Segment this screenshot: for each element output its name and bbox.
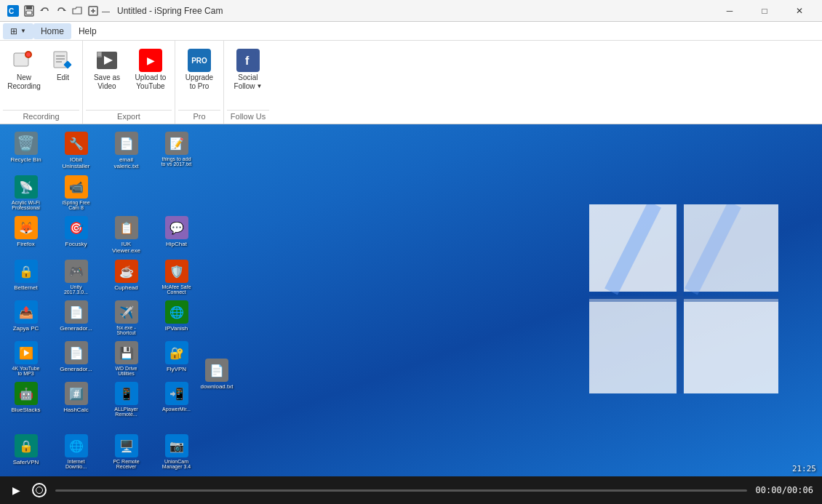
menu-bar: ⊞ ▼ Home Help: [0, 22, 822, 41]
quick-redo-button[interactable]: [54, 4, 68, 18]
upload-youtube-label: Upload toYouTube: [135, 73, 167, 91]
list-item[interactable]: 🛡️ McAfee SafeConnect: [156, 258, 196, 296]
list-item[interactable]: 💬 HipChat: [156, 215, 196, 255]
quick-open-button[interactable]: [70, 4, 84, 18]
svg-text:C: C: [9, 7, 14, 15]
list-item[interactable]: 🌐 IPVanish: [156, 299, 196, 337]
app-icon: C: [6, 4, 20, 18]
list-item[interactable]: 📱 ALLPlayerRemote...: [106, 380, 146, 418]
list-item[interactable]: 🎯 Focusky: [56, 215, 96, 255]
ribbon-menu-button[interactable]: ⊞ ▼: [3, 23, 33, 39]
svg-marker-26: [589, 299, 677, 393]
svg-rect-4: [26, 11, 32, 15]
pro-group-label: Pro: [178, 110, 220, 124]
window-controls: ─ □ ✕: [713, 0, 816, 22]
list-item[interactable]: 🌐 InternetDownlo...: [56, 433, 96, 471]
social-follow-button[interactable]: f SocialFollow ▼: [227, 45, 269, 100]
list-item[interactable]: ☕ Cuphead: [106, 258, 146, 296]
record-indicator: [36, 487, 43, 494]
list-item[interactable]: 🔒 SaferVPN: [6, 433, 46, 471]
list-item[interactable]: 🔒 Betternet: [6, 258, 46, 296]
list-item[interactable]: 📄 Generador...: [56, 299, 96, 337]
minimize-button[interactable]: ─: [713, 0, 746, 22]
tab-help[interactable]: Help: [71, 23, 104, 39]
list-item[interactable]: 📄 Generador...: [56, 340, 96, 377]
list-item[interactable]: 📋 IUKViewer.exe: [106, 215, 146, 255]
desktop-icons-area: 🗑️ Recycle Bin 🔧 IObitUninstaller 📄 emai…: [0, 124, 196, 476]
new-recording-label: NewRecording: [7, 73, 41, 91]
list-item[interactable]: 📹 iSpring FreeCam 8: [56, 174, 96, 212]
list-item[interactable]: ▶️ 4K YouTubeto MP3: [6, 340, 46, 377]
upload-youtube-button[interactable]: Upload toYouTube: [129, 45, 172, 100]
quick-new-button[interactable]: [86, 4, 100, 18]
svg-marker-5: [40, 9, 42, 11]
svg-text:f: f: [245, 55, 250, 67]
social-icon: f: [236, 49, 260, 72]
ribbon-group-export: Save asVideo Upload toYouTube Export: [83, 41, 175, 124]
upgrade-pro-label: Upgradeto Pro: [185, 73, 213, 91]
svg-rect-21: [97, 52, 101, 56]
menu-grid-icon: ⊞: [10, 26, 17, 36]
pro-icon: PRO: [188, 49, 211, 72]
ribbon-group-recording: NewRecording Edit Recording: [0, 41, 83, 124]
list-item[interactable]: 📲 ApowerMir...: [156, 380, 196, 418]
followus-group-label: Follow Us: [227, 110, 269, 124]
ribbon-group-pro: PRO Upgradeto Pro Pro: [175, 41, 224, 124]
ribbon-group-followus: f SocialFollow ▼ Follow Us: [224, 41, 272, 124]
svg-rect-3: [26, 6, 32, 9]
window-title: Untitled - iSpring Free Cam: [117, 6, 223, 16]
list-item[interactable]: 🖥️ PC RemoteReceiver: [106, 433, 146, 471]
list-item[interactable]: 📷 UnionCamManager 3.4: [156, 433, 196, 471]
edit-icon: [52, 49, 75, 72]
list-item[interactable]: 📄 emailvaleric.txt: [106, 130, 146, 171]
youtube-icon: [139, 49, 162, 72]
time-display: 00:00/00:06: [756, 485, 813, 495]
progress-bar[interactable]: [55, 489, 747, 492]
list-item[interactable]: 📡 Acrylic Wi-FiProfessional: [6, 174, 46, 212]
list-item[interactable]: ✈️ fsx.exe -Shortcut: [106, 299, 146, 337]
new-recording-button[interactable]: NewRecording: [3, 45, 45, 100]
list-item[interactable]: 💾 WD DriveUtilities: [106, 340, 146, 377]
list-item[interactable]: 🔐 FlyVPN: [156, 340, 196, 377]
new-recording-icon: [12, 49, 36, 72]
upgrade-pro-button[interactable]: PRO Upgradeto Pro: [178, 45, 220, 100]
export-group-label: Export: [86, 110, 172, 124]
edit-button[interactable]: Edit: [47, 45, 79, 100]
list-item[interactable]: 🤖 BlueStacks: [6, 380, 46, 418]
quick-save-button[interactable]: [22, 4, 36, 18]
list-item[interactable]: 📤 Zapya PC: [6, 299, 46, 337]
list-item[interactable]: 🦊 Firefox: [6, 215, 46, 255]
menu-dropdown-icon: ▼: [20, 28, 26, 34]
bottom-icons-row: 🔒 SaferVPN 🌐 InternetDownlo... 🖥️ PC Rem…: [0, 433, 196, 471]
ribbon: NewRecording Edit Recording: [0, 41, 822, 124]
title-bar: C — Untitled - iSpring Free Cam ─ □ ✕: [0, 0, 822, 22]
quick-access-toolbar: C —: [6, 4, 110, 18]
windows-logo: [589, 204, 778, 396]
screenshot-background: 🗑️ Recycle Bin 🔧 IObitUninstaller 📄 emai…: [0, 124, 822, 476]
list-item[interactable]: #️⃣ HashCalc: [56, 380, 96, 418]
list-item[interactable]: 🗑️ Recycle Bin: [6, 130, 46, 171]
edit-label: Edit: [57, 73, 69, 82]
record-button[interactable]: [32, 483, 47, 497]
video-area: 🗑️ Recycle Bin 🔧 IObitUninstaller 📄 emai…: [0, 124, 822, 476]
close-button[interactable]: ✕: [783, 0, 816, 22]
list-item[interactable]: 🎮 Unity2017.3.0...: [56, 258, 96, 296]
maximize-button[interactable]: □: [748, 0, 781, 22]
recording-group-label: Recording: [3, 110, 79, 124]
save-as-video-button[interactable]: Save asVideo: [86, 45, 128, 100]
list-item[interactable]: 🔧 IObitUninstaller: [56, 130, 96, 171]
content-area: 🗑️ Recycle Bin 🔧 IObitUninstaller 📄 emai…: [0, 124, 822, 476]
svg-marker-6: [64, 9, 66, 11]
svg-marker-27: [684, 299, 778, 393]
play-button[interactable]: ▶: [9, 483, 23, 497]
social-follow-label: SocialFollow ▼: [234, 73, 263, 91]
list-item[interactable]: 📄 download.txt: [196, 357, 237, 391]
list-item[interactable]: 📝 things to addto vs 2017.txt: [156, 130, 196, 171]
tab-home[interactable]: Home: [33, 23, 71, 39]
modified-indicator: —: [102, 7, 110, 15]
save-video-label: Save asVideo: [94, 73, 120, 91]
bottom-bar: ▶ 00:00/00:06: [0, 476, 822, 504]
svg-point-12: [26, 52, 31, 57]
quick-undo-button[interactable]: [38, 4, 52, 18]
video-timestamp: 21:25: [792, 464, 816, 473]
